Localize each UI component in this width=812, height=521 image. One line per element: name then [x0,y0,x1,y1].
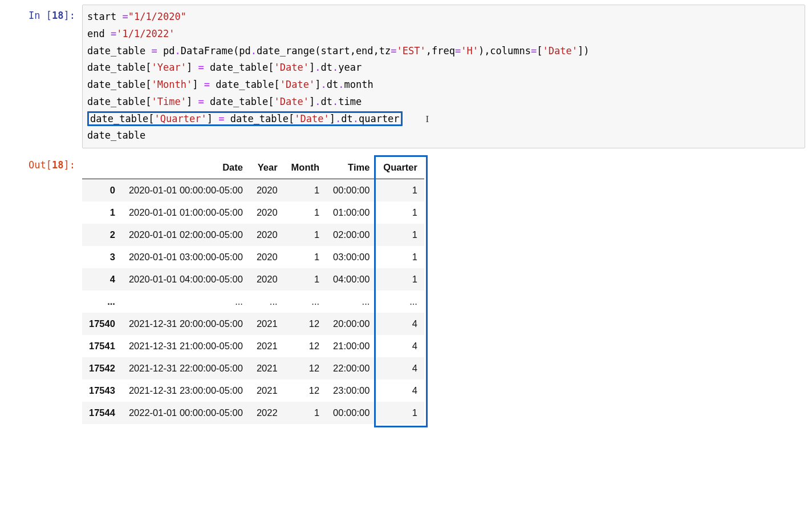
cell-quarter: 4 [376,335,424,357]
code-input[interactable]: start ="1/1/2020" end ='1/1/2022' date_t… [82,5,805,148]
cell-month: 1 [285,201,326,224]
cell-time: 03:00:00 [326,246,376,268]
cell-month: 1 [285,246,326,268]
cell-quarter: 1 [376,268,424,290]
cell-year: 2020 [250,201,285,224]
cell-time: 01:00:00 [326,201,376,224]
cell-month: ... [285,290,326,313]
output-prompt: Out[18]: [7,154,82,173]
cell-date: 2021-12-31 21:00:00-05:00 [122,335,250,357]
cell-month: 1 [285,402,326,424]
row-index: 17541 [82,335,122,357]
col-month: Month [285,156,326,179]
cell-date: 2020-01-01 00:00:00-05:00 [122,179,250,202]
cell-date: 2020-01-01 01:00:00-05:00 [122,201,250,224]
cell-year: 2020 [250,268,285,290]
cell-quarter: ... [376,290,424,313]
row-index: 17543 [82,379,122,402]
output-cell: Out[18]: DateYearMonthTimeQuarter 02020-… [7,154,805,426]
table-header-row: DateYearMonthTimeQuarter [82,156,424,179]
cell-year: 2021 [250,379,285,402]
cell-time: 22:00:00 [326,357,376,379]
cell-date: 2020-01-01 03:00:00-05:00 [122,246,250,268]
cell-month: 12 [285,335,326,357]
col-index [82,156,122,179]
table-row: .................. [82,290,424,313]
row-index: 17544 [82,402,122,424]
cell-quarter: 1 [376,224,424,246]
table-row: 42020-01-01 04:00:00-05:002020104:00:001 [82,268,424,290]
cell-date: ... [122,290,250,313]
cell-date: 2021-12-31 22:00:00-05:00 [122,357,250,379]
col-date: Date [122,156,250,179]
cell-time: 21:00:00 [326,335,376,357]
cell-time: 00:00:00 [326,179,376,202]
table-row: 175442022-01-01 00:00:00-05:002022100:00… [82,402,424,424]
text-cursor: I [426,114,429,124]
row-index: 2 [82,224,122,246]
row-index: ... [82,290,122,313]
cell-year: 2020 [250,224,285,246]
table-row: 175432021-12-31 23:00:00-05:0020211223:0… [82,379,424,402]
cell-date: 2022-01-01 00:00:00-05:00 [122,402,250,424]
cell-quarter: 4 [376,357,424,379]
cell-month: 1 [285,268,326,290]
cell-month: 12 [285,357,326,379]
cell-time: 02:00:00 [326,224,376,246]
cell-month: 12 [285,379,326,402]
row-index: 17540 [82,313,122,335]
highlighted-code-line: date_table['Quarter'] = date_table['Date… [87,111,403,126]
table-row: 32020-01-01 03:00:00-05:002020103:00:001 [82,246,424,268]
cell-year: 2021 [250,313,285,335]
table-row: 22020-01-01 02:00:00-05:002020102:00:001 [82,224,424,246]
row-index: 4 [82,268,122,290]
table-row: 175402021-12-31 20:00:00-05:0020211220:0… [82,313,424,335]
dataframe-table: DateYearMonthTimeQuarter 02020-01-01 00:… [82,156,424,424]
output-area: DateYearMonthTimeQuarter 02020-01-01 00:… [82,154,805,426]
cell-time: 04:00:00 [326,268,376,290]
cell-month: 1 [285,224,326,246]
cell-month: 1 [285,179,326,202]
col-quarter: Quarter [376,156,424,179]
row-index: 17542 [82,357,122,379]
row-index: 3 [82,246,122,268]
cell-year: 2021 [250,357,285,379]
table-row: 175412021-12-31 21:00:00-05:0020211221:0… [82,335,424,357]
cell-date: 2020-01-01 04:00:00-05:00 [122,268,250,290]
cell-year: 2022 [250,402,285,424]
cell-year: ... [250,290,285,313]
cell-quarter: 4 [376,379,424,402]
cell-time: 20:00:00 [326,313,376,335]
cell-month: 12 [285,313,326,335]
row-index: 0 [82,179,122,202]
table-row: 02020-01-01 00:00:00-05:002020100:00:001 [82,179,424,202]
cell-time: 23:00:00 [326,379,376,402]
col-year: Year [250,156,285,179]
cell-date: 2021-12-31 20:00:00-05:00 [122,313,250,335]
input-cell: In [18]: start ="1/1/2020" end ='1/1/202… [7,5,805,148]
table-row: 175422021-12-31 22:00:00-05:0020211222:0… [82,357,424,379]
cell-quarter: 4 [376,313,424,335]
table-row: 12020-01-01 01:00:00-05:002020101:00:001 [82,201,424,224]
input-prompt: In [18]: [7,5,82,23]
row-index: 1 [82,201,122,224]
cell-time: ... [326,290,376,313]
cell-year: 2021 [250,335,285,357]
cell-year: 2020 [250,179,285,202]
cell-quarter: 1 [376,179,424,202]
col-time: Time [326,156,376,179]
cell-date: 2020-01-01 02:00:00-05:00 [122,224,250,246]
cell-quarter: 1 [376,201,424,224]
cell-quarter: 1 [376,246,424,268]
cell-quarter: 1 [376,402,424,424]
cell-year: 2020 [250,246,285,268]
cell-time: 00:00:00 [326,402,376,424]
cell-date: 2021-12-31 23:00:00-05:00 [122,379,250,402]
